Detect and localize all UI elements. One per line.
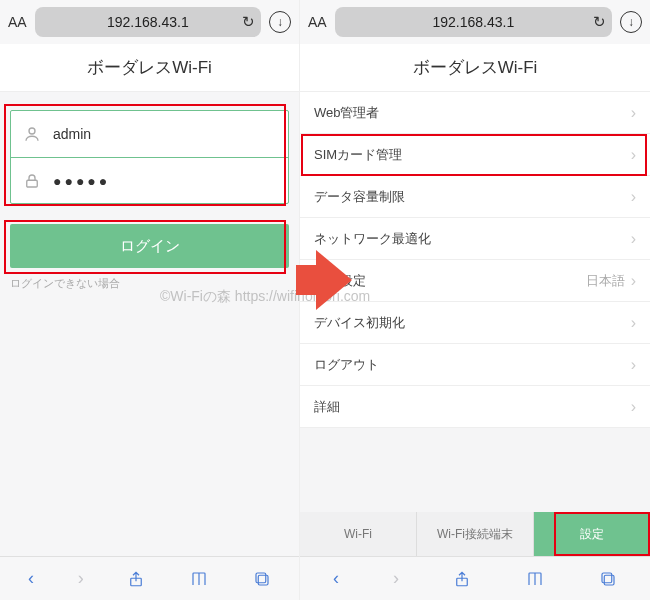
list-value: 日本語 — [586, 272, 625, 290]
list-item-details[interactable]: 詳細› — [300, 386, 650, 428]
login-button[interactable]: ログイン — [10, 224, 289, 268]
list-label: データ容量制限 — [314, 188, 405, 206]
list-item-data-limit[interactable]: データ容量制限› — [300, 176, 650, 218]
tab-connected-devices[interactable]: Wi-Fi接続端末 — [417, 512, 534, 556]
chevron-right-icon: › — [631, 146, 636, 164]
chevron-right-icon: › — [631, 356, 636, 374]
left-screen: AA 192.168.43.1 ↻ ↓ ボーダレスWi-Fi admin ●●●… — [0, 0, 300, 600]
text-size-button[interactable]: AA — [308, 14, 327, 30]
list-item-language[interactable]: 言語設定日本語› — [300, 260, 650, 302]
list-label: 詳細 — [314, 398, 340, 416]
tabs-icon[interactable] — [599, 570, 617, 588]
download-icon[interactable]: ↓ — [620, 11, 642, 33]
lock-icon — [23, 172, 41, 190]
tab-wifi[interactable]: Wi-Fi — [300, 512, 417, 556]
svg-rect-6 — [604, 575, 614, 585]
tabs-icon[interactable] — [253, 570, 271, 588]
bookmarks-icon[interactable] — [525, 570, 545, 588]
share-icon[interactable] — [453, 570, 471, 588]
arrow-indicator — [296, 250, 352, 310]
text-size-button[interactable]: AA — [8, 14, 27, 30]
chevron-right-icon: › — [631, 104, 636, 122]
list-item-network-optimize[interactable]: ネットワーク最適化› — [300, 218, 650, 260]
url-bar[interactable]: 192.168.43.1 ↻ — [335, 7, 612, 37]
tab-settings[interactable]: 設定 — [534, 512, 650, 556]
chevron-right-icon: › — [631, 314, 636, 332]
forward-icon[interactable]: › — [78, 568, 84, 589]
forward-icon[interactable]: › — [393, 568, 399, 589]
login-content: admin ●●●●● ログイン ログインできない場合 — [0, 92, 299, 556]
bookmarks-icon[interactable] — [189, 570, 209, 588]
url-bar[interactable]: 192.168.43.1 ↻ — [35, 7, 261, 37]
svg-rect-3 — [258, 575, 268, 585]
login-help-link[interactable]: ログインできない場合 — [10, 276, 289, 291]
password-field[interactable]: ●●●●● — [11, 157, 288, 203]
download-icon[interactable]: ↓ — [269, 11, 291, 33]
reload-icon[interactable]: ↻ — [242, 13, 255, 31]
list-label: ログアウト — [314, 356, 379, 374]
svg-point-0 — [29, 128, 35, 134]
chevron-right-icon: › — [631, 188, 636, 206]
back-icon[interactable]: ‹ — [333, 568, 339, 589]
list-item-logout[interactable]: ログアウト› — [300, 344, 650, 386]
settings-content: Web管理者› SIMカード管理› データ容量制限› ネットワーク最適化› 言語… — [300, 92, 650, 556]
list-item-device-reset[interactable]: デバイス初期化› — [300, 302, 650, 344]
right-screen: AA 192.168.43.1 ↻ ↓ ボーダレスWi-Fi Web管理者› S… — [300, 0, 650, 600]
username-field[interactable]: admin — [11, 111, 288, 157]
page-title: ボーダレスWi-Fi — [0, 44, 299, 92]
list-item-web-admin[interactable]: Web管理者› — [300, 92, 650, 134]
page-title: ボーダレスWi-Fi — [300, 44, 650, 92]
svg-rect-4 — [256, 573, 266, 583]
share-icon[interactable] — [127, 570, 145, 588]
login-form: admin ●●●●● — [10, 110, 289, 204]
browser-topbar: AA 192.168.43.1 ↻ ↓ — [300, 0, 650, 44]
back-icon[interactable]: ‹ — [28, 568, 34, 589]
browser-bottombar: ‹ › — [0, 556, 299, 600]
bottom-tabs: Wi-Fi Wi-Fi接続端末 設定 — [300, 512, 650, 556]
password-value: ●●●●● — [53, 173, 110, 189]
list-label: SIMカード管理 — [314, 146, 402, 164]
chevron-right-icon: › — [631, 230, 636, 248]
list-label: ネットワーク最適化 — [314, 230, 431, 248]
url-text: 192.168.43.1 — [107, 14, 189, 30]
user-icon — [23, 125, 41, 143]
chevron-right-icon: › — [631, 272, 636, 290]
list-label: Web管理者 — [314, 104, 380, 122]
username-value: admin — [53, 126, 91, 142]
url-text: 192.168.43.1 — [432, 14, 514, 30]
svg-rect-7 — [602, 573, 612, 583]
chevron-right-icon: › — [631, 398, 636, 416]
list-label: デバイス初期化 — [314, 314, 405, 332]
settings-list: Web管理者› SIMカード管理› データ容量制限› ネットワーク最適化› 言語… — [300, 92, 650, 428]
list-item-sim-management[interactable]: SIMカード管理› — [300, 134, 650, 176]
svg-rect-1 — [27, 180, 38, 187]
browser-topbar: AA 192.168.43.1 ↻ ↓ — [0, 0, 299, 44]
reload-icon[interactable]: ↻ — [593, 13, 606, 31]
browser-bottombar: ‹ › — [300, 556, 650, 600]
